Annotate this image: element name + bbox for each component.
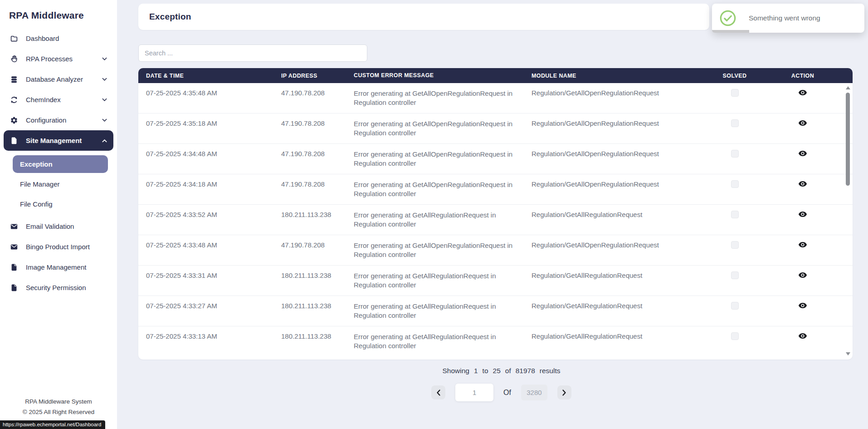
solved-checkbox[interactable]	[731, 211, 739, 218]
table-row: 07-25-2025 4:34:18 AM 47.190.78.208 Erro…	[138, 174, 853, 205]
sidebar-footer: RPA Middleware System © 2025 All Right R…	[0, 397, 117, 417]
sidebar: RPA Middleware Dashboard RPA Processes D…	[0, 0, 117, 429]
sidebar-item-site-management[interactable]: Site Management	[4, 130, 113, 151]
eye-icon	[798, 179, 807, 188]
sidebar-nav: Dashboard RPA Processes Database Analyze…	[0, 25, 117, 298]
file-icon	[10, 263, 18, 271]
subitem-label: File Config	[20, 200, 53, 208]
sidebar-item-rpa-processes[interactable]: RPA Processes	[4, 49, 113, 69]
sidebar-item-label: Dashboard	[26, 35, 107, 42]
sidebar-item-image-management[interactable]: Image Management	[4, 257, 113, 277]
cell-datetime: 07-25-2025 4:35:48 AM	[138, 89, 281, 113]
solved-checkbox[interactable]	[731, 180, 739, 188]
cell-error-message: Error generating at GetAllOpenRegulation…	[354, 241, 532, 265]
solved-checkbox[interactable]	[731, 332, 739, 340]
page-header-card: Exception	[138, 4, 709, 30]
solved-checkbox[interactable]	[731, 119, 739, 127]
view-action-button[interactable]	[798, 88, 807, 97]
sidebar-item-label: Security Permission	[26, 284, 107, 291]
column-header-message: CUSTOM ERROR MESSAGE	[354, 72, 532, 79]
subitem-label: File Manager	[20, 180, 60, 188]
sidebar-subitem-file-config[interactable]: File Config	[13, 195, 108, 213]
solved-checkbox[interactable]	[731, 241, 739, 249]
sidebar-item-database-analyzer[interactable]: Database Analyzer	[4, 69, 113, 89]
pagination-of-label: Of	[503, 389, 511, 397]
sidebar-item-configuration[interactable]: Configuration	[4, 110, 113, 130]
sidebar-item-security-permission[interactable]: Security Permission	[4, 277, 113, 298]
cell-ip: 47.190.78.208	[281, 180, 354, 204]
scroll-up-arrow[interactable]	[846, 86, 850, 89]
summary-from: 1	[474, 367, 478, 375]
pagination-controls: Of 3280	[138, 384, 864, 401]
cell-ip: 47.190.78.208	[281, 241, 354, 265]
cell-datetime: 07-25-2025 4:33:31 AM	[138, 271, 281, 296]
cell-module: Regulation/GetAllRegulationRequest	[532, 211, 701, 235]
view-action-button[interactable]	[798, 271, 807, 280]
previous-page-button[interactable]	[431, 385, 445, 399]
solved-checkbox[interactable]	[731, 271, 739, 279]
solved-checkbox[interactable]	[731, 150, 739, 158]
cell-module: Regulation/GetAllOpenRegulationRequest	[532, 89, 701, 113]
main-content: Exception Something went wrong DATE & TI…	[117, 0, 868, 429]
column-header-solved: SOLVED	[701, 73, 769, 79]
toast-notification[interactable]: Something went wrong	[712, 4, 864, 33]
search-input[interactable]	[138, 44, 367, 62]
table-row: 07-25-2025 4:33:27 AM 180.211.113.238 Er…	[138, 296, 853, 326]
cell-ip: 47.190.78.208	[281, 150, 354, 174]
file-icon	[10, 284, 18, 292]
folder-icon	[10, 35, 18, 43]
view-action-button[interactable]	[798, 301, 807, 310]
view-action-button[interactable]	[798, 149, 807, 158]
summary-to: 25	[493, 367, 501, 375]
view-action-button[interactable]	[798, 331, 807, 340]
sidebar-item-dashboard[interactable]: Dashboard	[4, 28, 113, 49]
eye-icon	[798, 210, 807, 219]
sidebar-item-chemindex[interactable]: ChemIndex	[4, 89, 113, 110]
table-header-row: DATE & TIME IP ADDRESS CUSTOM ERROR MESS…	[138, 68, 853, 83]
chevron-down-icon	[102, 57, 107, 61]
view-action-button[interactable]	[798, 118, 807, 128]
current-page-input[interactable]	[455, 384, 493, 401]
table-row: 07-25-2025 4:33:48 AM 47.190.78.208 Erro…	[138, 235, 853, 266]
database-icon	[10, 75, 18, 84]
cell-error-message: Error generating at GetAllRegulationRequ…	[354, 302, 532, 326]
sidebar-item-label: Bingo Product Import	[26, 243, 107, 251]
cell-ip: 47.190.78.208	[281, 119, 354, 143]
solved-checkbox[interactable]	[731, 302, 739, 310]
eye-icon	[798, 271, 807, 280]
view-action-button[interactable]	[798, 210, 807, 219]
cell-datetime: 07-25-2025 4:33:27 AM	[138, 302, 281, 326]
scroll-down-arrow[interactable]	[846, 352, 850, 355]
view-action-button[interactable]	[798, 240, 807, 249]
cell-error-message: Error generating at GetAllRegulationRequ…	[354, 332, 532, 357]
cell-module: Regulation/GetAllRegulationRequest	[532, 302, 701, 326]
solved-checkbox[interactable]	[731, 89, 739, 97]
toast-message: Something went wrong	[749, 14, 820, 22]
cell-ip: 47.190.78.208	[281, 89, 354, 113]
sidebar-item-label: ChemIndex	[26, 96, 102, 104]
scrollbar-thumb[interactable]	[846, 93, 850, 186]
sidebar-item-label: Database Analyzer	[26, 75, 102, 83]
sidebar-subitem-exception[interactable]: Exception	[13, 155, 108, 173]
table-row: 07-25-2025 4:34:48 AM 47.190.78.208 Erro…	[138, 144, 853, 174]
summary-word: results	[540, 367, 561, 375]
envelope-icon	[10, 222, 18, 231]
cell-module: Regulation/GetAllOpenRegulationRequest	[532, 241, 701, 265]
sidebar-subitem-file-manager[interactable]: File Manager	[13, 175, 108, 193]
column-header-action: ACTION	[769, 73, 837, 79]
check-circle-icon	[719, 10, 736, 27]
eye-icon	[798, 88, 807, 97]
chevron-down-icon	[102, 98, 107, 102]
cell-error-message: Error generating at GetAllRegulationRequ…	[354, 271, 532, 296]
summary-word: to	[483, 367, 488, 375]
summary-total: 81978	[516, 367, 535, 375]
link-status-url: https://rpaweb.echemportal.net/Dashboard	[0, 420, 105, 429]
cell-error-message: Error generating at GetAllOpenRegulation…	[354, 89, 532, 113]
envelope-icon	[10, 243, 18, 251]
next-page-button[interactable]	[557, 385, 571, 399]
sidebar-item-bingo-product-import[interactable]: Bingo Product Import	[4, 237, 113, 257]
view-action-button[interactable]	[798, 179, 807, 188]
sidebar-item-email-validation[interactable]: Email Validation	[4, 216, 113, 237]
summary-word: Showing	[443, 367, 469, 375]
cell-datetime: 07-25-2025 4:35:18 AM	[138, 119, 281, 143]
